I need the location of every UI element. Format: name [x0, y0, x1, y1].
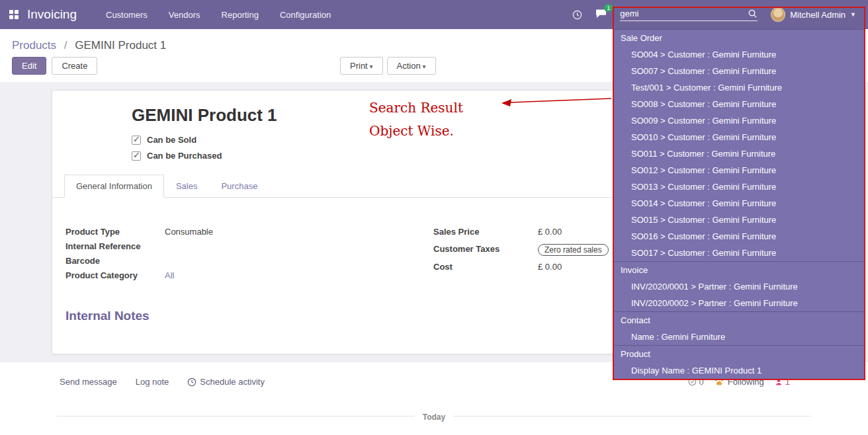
- can-be-sold-checkbox[interactable]: [132, 136, 141, 145]
- search-result-item[interactable]: SO011 > Customer : Gemini Furniture: [614, 145, 864, 162]
- product-type-value: Consumable: [165, 227, 213, 237]
- search-section-header: Invoice: [614, 261, 864, 278]
- left-field-column: Product Type Consumable Internal Referen…: [65, 227, 433, 285]
- nav-item-vendors[interactable]: Vendors: [169, 10, 200, 20]
- breadcrumb-products-link[interactable]: Products: [12, 39, 56, 52]
- search-result-item[interactable]: Display Name : GEMINI Product 1: [614, 362, 864, 379]
- search-result-item[interactable]: SO016 > Customer : Gemini Furniture: [614, 228, 864, 245]
- product-category-value[interactable]: All: [165, 270, 174, 280]
- nav-item-reporting[interactable]: Reporting: [222, 10, 259, 20]
- search-result-item[interactable]: SO004 > Customer : Gemini Furniture: [614, 46, 864, 63]
- customer-taxes-tag[interactable]: Zero rated sales: [538, 244, 609, 256]
- search-result-item[interactable]: Name : Gemini Furniture: [614, 329, 864, 345]
- messages-badge: 1: [604, 4, 613, 12]
- can-be-purchased-label: Can be Purchased: [147, 151, 222, 161]
- today-label: Today: [415, 413, 453, 422]
- apps-grid-icon[interactable]: [9, 10, 19, 20]
- search-result-item[interactable]: SO009 > Customer : Gemini Furniture: [614, 112, 864, 129]
- print-menu-button[interactable]: Print: [340, 57, 383, 75]
- edit-button[interactable]: Edit: [12, 57, 46, 75]
- messages-icon[interactable]: 1: [595, 9, 607, 21]
- nav-item-customers[interactable]: Customers: [106, 10, 148, 20]
- tab-general-information[interactable]: General Information: [64, 175, 164, 198]
- search-result-item[interactable]: SO017 > Customer : Gemini Furniture: [614, 245, 864, 261]
- activities-clock-icon[interactable]: [572, 10, 582, 20]
- schedule-activity-label: Schedule activity: [200, 377, 265, 387]
- cost-label: Cost: [433, 262, 538, 272]
- action-menu-button[interactable]: Action: [387, 57, 436, 75]
- can-be-sold-label: Can be Sold: [147, 135, 196, 145]
- search-section-header: Product: [614, 345, 864, 362]
- search-results-dropdown: Sale OrderSO004 > Customer : Gemini Furn…: [613, 7, 865, 380]
- search-result-item[interactable]: Test/001 > Customer : Gemini Furniture: [614, 79, 864, 96]
- create-button[interactable]: Create: [52, 57, 97, 75]
- main-menu: Customers Vendors Reporting Configuratio…: [106, 10, 331, 20]
- search-section-header: Sale Order: [614, 29, 864, 46]
- product-category-label: Product Category: [65, 270, 165, 280]
- send-message-button[interactable]: Send message: [60, 377, 117, 387]
- barcode-label: Barcode: [65, 256, 165, 266]
- search-dropdown-sections: Sale OrderSO004 > Customer : Gemini Furn…: [614, 29, 864, 379]
- can-be-purchased-checkbox[interactable]: [132, 151, 141, 161]
- customer-taxes-label: Customer Taxes: [433, 244, 538, 254]
- search-result-item[interactable]: SO015 > Customer : Gemini Furniture: [614, 212, 864, 228]
- barcode-row: Barcode: [65, 256, 433, 267]
- breadcrumb-current: GEMINI Product 1: [75, 39, 166, 52]
- tab-sales[interactable]: Sales: [164, 175, 210, 198]
- search-result-item[interactable]: SO007 > Customer : Gemini Furniture: [614, 63, 864, 79]
- product-type-label: Product Type: [65, 227, 165, 237]
- search-result-item[interactable]: SO008 > Customer : Gemini Furniture: [614, 96, 864, 112]
- sales-price-label: Sales Price: [433, 227, 538, 237]
- internal-reference-label: Internal Reference: [65, 241, 165, 251]
- today-divider: Today: [57, 416, 811, 428]
- search-result-item[interactable]: INV/2020/0001 > Partner : Gemini Furnitu…: [614, 278, 864, 295]
- sales-price-value: £ 0.00: [538, 227, 562, 237]
- center-actions: Print Action: [340, 57, 436, 75]
- log-note-button[interactable]: Log note: [136, 377, 169, 387]
- app-name[interactable]: Invoicing: [27, 7, 77, 22]
- search-section-header: Contact: [614, 311, 864, 329]
- internal-reference-row: Internal Reference: [65, 241, 433, 253]
- clock-icon: [187, 377, 196, 387]
- product-category-row: Product Category All: [65, 270, 433, 282]
- product-type-row: Product Type Consumable: [65, 227, 433, 238]
- tab-purchase[interactable]: Purchase: [209, 175, 269, 198]
- cost-value: £ 0.00: [538, 262, 562, 272]
- search-result-item[interactable]: SO014 > Customer : Gemini Furniture: [614, 195, 864, 212]
- breadcrumb-separator: /: [64, 39, 67, 52]
- search-result-item[interactable]: SO012 > Customer : Gemini Furniture: [614, 162, 864, 178]
- nav-item-configuration[interactable]: Configuration: [280, 10, 331, 20]
- search-result-item[interactable]: INV/2020/0002 > Partner : Gemini Furnitu…: [614, 295, 864, 311]
- search-result-item[interactable]: SO013 > Customer : Gemini Furniture: [614, 178, 864, 195]
- search-result-item[interactable]: SO010 > Customer : Gemini Furniture: [614, 129, 864, 145]
- search-dropdown-spacer: [614, 8, 864, 29]
- schedule-activity-button[interactable]: Schedule activity: [187, 377, 265, 387]
